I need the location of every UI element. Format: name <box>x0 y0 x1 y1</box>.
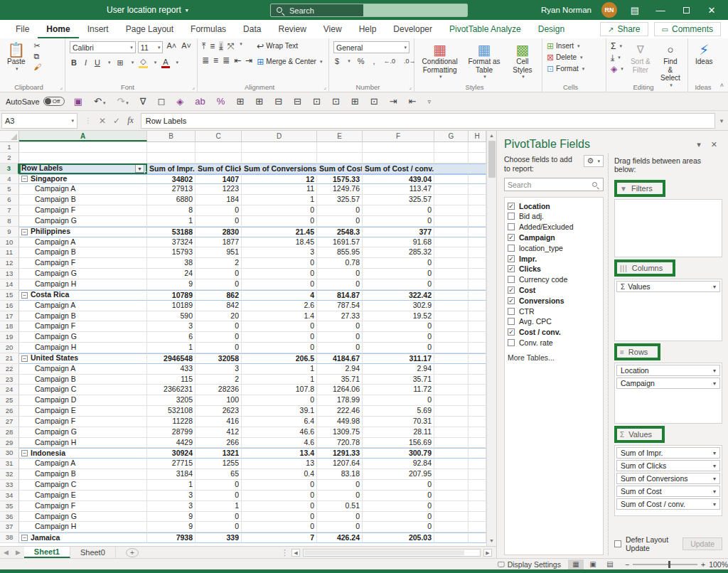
cell-empty[interactable] <box>469 448 486 459</box>
row-header-28[interactable]: 28 <box>0 427 19 438</box>
cell-value[interactable]: 1691.57 <box>317 237 363 248</box>
cell-empty[interactable] <box>434 375 469 385</box>
cell-label-12[interactable]: Campaign F <box>19 258 147 269</box>
cell-label-17[interactable]: Campaign B <box>19 311 147 322</box>
cell-value[interactable]: 1 <box>147 343 196 353</box>
display-settings-button[interactable]: 🖵 Display Settings <box>498 560 561 569</box>
cell-value[interactable]: 0 <box>363 205 434 216</box>
cell-value[interactable]: 0 <box>242 522 317 532</box>
unchecked-checkbox[interactable] <box>508 318 515 325</box>
cell-empty[interactable] <box>434 142 469 153</box>
cell-value[interactable]: 3205 <box>147 395 196 406</box>
cell-value[interactable]: 3 <box>147 491 196 501</box>
cell-value[interactable]: 27.33 <box>317 311 363 322</box>
cell-value[interactable]: 34802 <box>147 174 196 185</box>
cell-value[interactable] <box>147 153 196 164</box>
cell-empty[interactable] <box>434 395 469 406</box>
increase-font-icon[interactable]: A˄ <box>165 41 178 53</box>
cell-value[interactable]: 2 <box>196 375 242 385</box>
cell-value[interactable]: 1 <box>242 364 317 375</box>
tab-developer[interactable]: Developer <box>385 21 441 38</box>
cell-label-23[interactable]: Campaign B <box>19 375 147 385</box>
row-header-5[interactable]: 5 <box>0 184 19 195</box>
cell-value[interactable]: 11228 <box>147 417 196 427</box>
cell-value[interactable]: 322.42 <box>363 290 434 301</box>
horizontal-scrollbar[interactable] <box>303 549 481 557</box>
field-item-added-excluded[interactable]: Added/Excluded <box>506 222 601 232</box>
cell-value[interactable]: 0 <box>363 321 434 332</box>
rename-icon[interactable]: ab <box>193 96 207 107</box>
pill-dropdown-icon[interactable]: ▾ <box>713 380 716 387</box>
cell-label-26[interactable]: Campaign E <box>19 406 147 417</box>
cell-empty[interactable] <box>469 385 486 395</box>
area-pill-sum-of-clicks[interactable]: Sum of Clicks▾ <box>616 460 720 471</box>
share-button[interactable]: ↗ Share <box>600 22 648 36</box>
cell-label-36[interactable]: Campaign G <box>19 512 147 523</box>
cell-value[interactable]: 1877 <box>196 237 242 248</box>
cell-value[interactable]: 0 <box>363 332 434 343</box>
format-as-table-button[interactable]: ▦ Format as Table▾ <box>465 41 503 80</box>
area-pill-sum-of-cost-conv-[interactable]: Sum of Cost / conv.▾ <box>616 498 720 510</box>
row-header-35[interactable]: 35 <box>0 501 19 512</box>
cell-value[interactable]: 3 <box>242 247 317 258</box>
cell-value[interactable]: 5.69 <box>363 406 434 417</box>
document-title[interactable]: User location report ▾ <box>107 0 188 20</box>
row-header-11[interactable]: 11 <box>0 247 19 258</box>
field-item-conversions[interactable]: ✓Conversions <box>506 295 601 306</box>
cell-value[interactable]: 3184 <box>147 469 196 480</box>
tab-page-layout[interactable]: Page Layout <box>117 21 182 38</box>
add-sheet-button[interactable]: + <box>126 548 139 557</box>
zoom-slider[interactable] <box>633 564 697 565</box>
cell-value[interactable]: 339 <box>196 532 242 543</box>
collapse-group-icon[interactable]: − <box>21 229 28 235</box>
cell-value[interactable]: 1 <box>196 501 242 512</box>
column-header-B[interactable]: B <box>147 131 196 141</box>
cell-empty[interactable] <box>434 448 469 459</box>
cell-label-16[interactable]: Campaign A <box>19 301 147 311</box>
row-header-24[interactable]: 24 <box>0 385 19 395</box>
cell-empty[interactable] <box>469 491 486 501</box>
field-item-clicks[interactable]: ✓Clicks <box>506 264 601 274</box>
border-top-bottom-icon[interactable]: ⊟ <box>272 96 284 107</box>
scroll-up-icon[interactable]: ▲ <box>489 131 494 141</box>
tab-view[interactable]: View <box>315 21 350 38</box>
unchecked-checkbox[interactable] <box>508 276 515 283</box>
align-right-icon[interactable]: ≣ <box>223 55 230 65</box>
cell-value[interactable]: 3 <box>196 364 242 375</box>
cell-value[interactable]: 19.52 <box>363 311 434 322</box>
pill-dropdown-icon[interactable]: ▾ <box>713 368 716 374</box>
cell-value[interactable]: 3 <box>147 501 196 512</box>
copy-icon[interactable]: ⧉ <box>33 52 43 61</box>
cell-value[interactable]: 532108 <box>147 406 196 417</box>
cell-value[interactable]: 0 <box>317 480 363 491</box>
cell-value[interactable]: 11 <box>242 184 317 195</box>
normal-view-button[interactable]: ▦ <box>568 559 584 569</box>
search-input[interactable]: Search <box>270 4 468 17</box>
cell-empty[interactable] <box>469 427 486 438</box>
cell-empty[interactable] <box>469 247 486 258</box>
row-header-25[interactable]: 25 <box>0 395 19 406</box>
cell-empty[interactable] <box>469 227 486 237</box>
cell-value[interactable]: 285.32 <box>363 247 434 258</box>
pivot-header-sum-of-cost[interactable]: Sum of Cost <box>317 164 363 174</box>
minimize-button[interactable]: — <box>653 5 668 16</box>
conditional-formatting-button[interactable]: ▦ Conditional Formatting▾ <box>419 41 461 80</box>
field-item-ctr[interactable]: CTR <box>506 306 601 316</box>
border-left-icon[interactable]: ⊡ <box>311 96 323 107</box>
cell-value[interactable]: 107.8 <box>242 385 317 395</box>
zoom-out-icon[interactable]: − <box>625 560 629 569</box>
cell-value[interactable]: 0 <box>196 279 242 290</box>
cell-empty[interactable] <box>469 364 486 375</box>
vertical-scroll-thumb[interactable] <box>488 141 496 178</box>
collapse-group-icon[interactable]: − <box>21 176 28 182</box>
cell-value[interactable]: 3 <box>147 321 196 332</box>
cell-value[interactable]: 0 <box>196 480 242 491</box>
cell-empty[interactable] <box>434 247 469 258</box>
cell-empty[interactable] <box>469 469 486 480</box>
pivot-header-sum-of-conversions[interactable]: Sum of Conversions <box>242 164 317 174</box>
row-header-4[interactable]: 4 <box>0 174 19 185</box>
ribbon-display-options-icon[interactable]: ▤ <box>627 5 643 16</box>
cell-value[interactable] <box>317 142 363 153</box>
cell-value[interactable]: 91.68 <box>363 237 434 248</box>
cell-label-31[interactable]: Campaign A <box>19 459 147 469</box>
